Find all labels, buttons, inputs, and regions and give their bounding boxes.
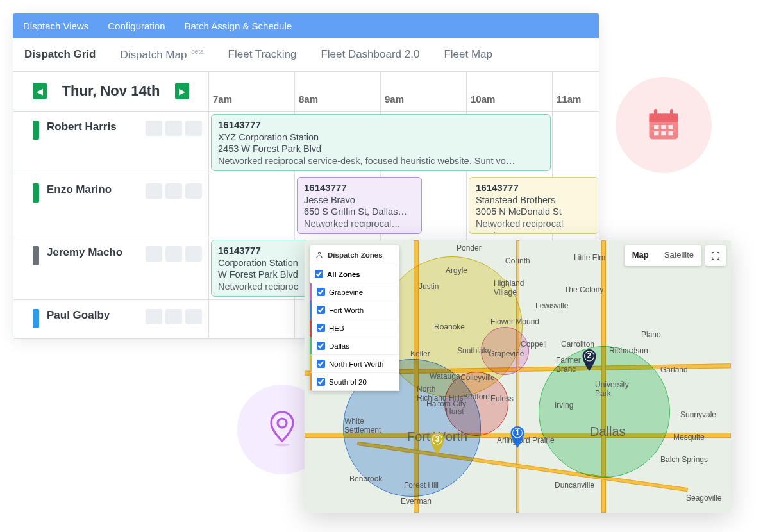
tech-row: Robert Harris [13, 112, 208, 174]
zone-toggle[interactable]: Fort Worth [310, 301, 399, 319]
zone-label: Grapevine [329, 288, 363, 296]
map-type-satellite[interactable]: Satellite [657, 245, 701, 266]
tab-fleet-tracking[interactable]: Fleet Tracking [226, 38, 299, 71]
dispatch-map-card: Fort Worth Dallas Arlington Irving Plano… [305, 240, 731, 513]
svg-rect-5 [661, 125, 666, 129]
tab-fleet-map[interactable]: Fleet Map [441, 38, 495, 71]
city-label: Plano [641, 330, 661, 339]
map-type-map[interactable]: Map [625, 245, 657, 266]
city-label: Coppell [521, 340, 547, 349]
city-label: Keller [410, 349, 430, 358]
zone-checkbox[interactable] [317, 360, 325, 368]
nav-views[interactable]: Disptach Views [23, 21, 88, 31]
city-label: Flower Mound [491, 317, 539, 326]
city-label: Everman [401, 497, 432, 506]
zone-checkbox[interactable] [317, 342, 325, 350]
map-pin-1[interactable]: 1 [510, 426, 525, 448]
timeline-lane: 16143777 XYZ Corporation Station 2453 W … [208, 112, 599, 174]
city-label: Colleyville [460, 373, 495, 382]
city-label: Balch Springs [660, 455, 708, 464]
map-pin-2[interactable]: 2 [582, 349, 597, 371]
hour-label: 10am [466, 72, 552, 111]
city-label: Roanoke [434, 322, 465, 331]
job-card[interactable]: 16143777 XYZ Corporation Station 2453 W … [211, 114, 551, 171]
status-indicator [33, 121, 39, 140]
tech-name: Paul Goalby [47, 309, 138, 322]
tech-name: Robert Harris [47, 121, 138, 133]
hour-label: 9am [380, 72, 466, 111]
zone-label: North Fort Worth [329, 360, 383, 368]
zone-checkbox[interactable] [315, 270, 323, 278]
zone-toggle[interactable]: North Fort Worth [310, 355, 399, 373]
zone-checkbox[interactable] [317, 306, 325, 314]
status-indicator [33, 246, 39, 265]
city-label: White Settlement [344, 417, 381, 435]
top-nav: Disptach Views Configuration Batch Assig… [13, 13, 599, 38]
status-indicator [33, 309, 39, 328]
row-actions[interactable] [146, 183, 202, 199]
city-label: Bedford [463, 392, 490, 401]
calendar-decor [616, 77, 712, 173]
svg-rect-8 [661, 131, 666, 135]
city-label: The Colony [564, 285, 603, 294]
svg-rect-6 [669, 125, 674, 129]
timeline-lane: 16143777 Jesse Bravo 650 S Griffin St, D… [208, 174, 599, 237]
zone-toggle[interactable]: Grapevine [310, 283, 399, 301]
svg-rect-2 [654, 109, 657, 117]
city-label: Farmer Branc [556, 356, 581, 374]
city-label: Mesquite [673, 433, 705, 442]
zone-label: Fort Worth [329, 306, 364, 314]
city-label: Dallas [590, 424, 626, 439]
zone-toggle[interactable]: Dallas [310, 337, 399, 355]
row-actions[interactable] [146, 121, 202, 136]
next-day-button[interactable]: ▶ [175, 83, 189, 99]
tab-dispatch-map[interactable]: Dispatch Map beta [117, 38, 206, 71]
tech-name: Jeremy Macho [47, 246, 138, 259]
tab-fleet-dashboard[interactable]: Fleet Dashboard 2.0 [318, 38, 422, 71]
city-label: North Richland Hills [417, 385, 464, 403]
svg-rect-1 [650, 114, 678, 122]
row-actions[interactable] [146, 246, 202, 262]
city-label: Irving [555, 401, 573, 410]
tab-dispatch-grid[interactable]: Dispatch Grid [22, 38, 98, 71]
zone-label: Dallas [329, 342, 349, 350]
hour-label: 7am [208, 72, 294, 111]
city-label: Argyle [446, 266, 467, 275]
map-pin-3[interactable]: 3 [430, 433, 445, 454]
tech-name: Enzo Marino [47, 183, 138, 196]
city-label: Richardson [609, 346, 648, 355]
city-label: Little Elm [574, 253, 605, 262]
fullscreen-icon [710, 251, 721, 261]
zone-all-toggle[interactable]: All Zones [310, 265, 399, 283]
svg-point-18 [318, 252, 321, 254]
svg-point-11 [274, 444, 290, 447]
zone-checkbox[interactable] [317, 324, 325, 332]
zone-toggle[interactable]: South of 20 [310, 373, 399, 391]
nav-config[interactable]: Configuration [108, 21, 165, 31]
fullscreen-button[interactable] [705, 245, 726, 266]
city-label: Watauga [430, 372, 460, 381]
zones-icon [315, 251, 324, 260]
zone-checkbox[interactable] [317, 288, 325, 296]
tech-row: Paul Goalby [13, 300, 208, 338]
city-label: Hurst [446, 407, 464, 416]
job-card[interactable]: 16143777 Stanstead Brothers 3005 N McDon… [469, 177, 599, 234]
zone-toggle[interactable]: HEB [310, 319, 399, 337]
svg-rect-7 [654, 131, 659, 135]
city-label: Forest Hill [404, 481, 439, 490]
map-type-switch: Map Satellite [625, 245, 701, 266]
job-card[interactable]: 16143777 Corporation Station W Forest Pa… [211, 240, 308, 297]
hour-label: 8am [294, 72, 380, 111]
city-label: Justin [419, 282, 439, 291]
job-card[interactable]: 16143777 Jesse Bravo 650 S Griffin St, D… [297, 177, 422, 234]
city-label: Carrollton [561, 340, 594, 349]
svg-point-10 [278, 419, 287, 428]
nav-batch[interactable]: Batch Assign & Schedule [185, 21, 292, 31]
svg-rect-3 [670, 109, 673, 117]
row-actions[interactable] [146, 309, 202, 324]
zone-checkbox[interactable] [317, 378, 325, 386]
prev-day-button[interactable]: ◀ [33, 83, 47, 99]
zone-label: South of 20 [329, 378, 367, 386]
zone-label: HEB [329, 324, 344, 332]
city-label: Highland Village [494, 279, 524, 297]
